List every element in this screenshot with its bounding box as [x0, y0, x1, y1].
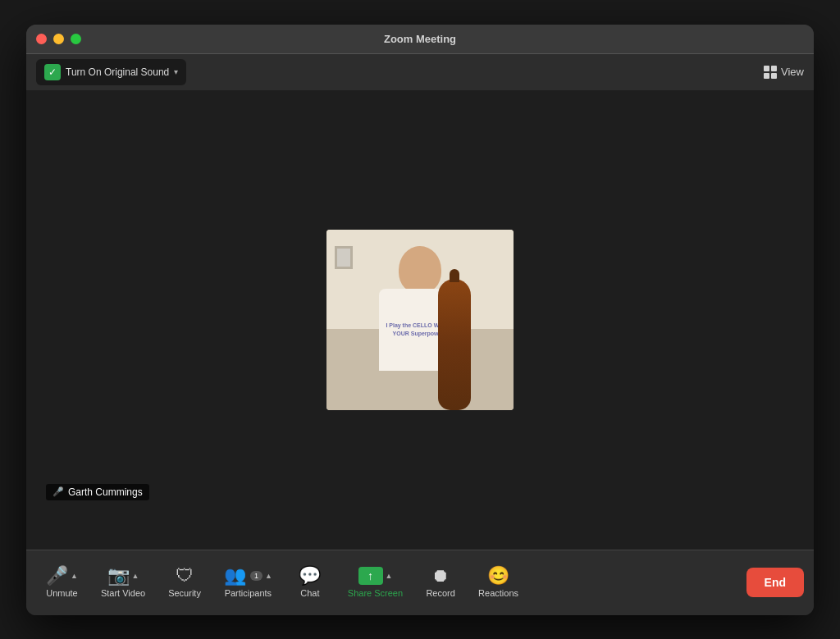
video-slash-icon: 📷 [107, 567, 130, 585]
video-caret: ▲ [132, 572, 139, 580]
window-controls [36, 34, 81, 44]
microphone-slash-icon: 🎤 [46, 567, 68, 585]
security-button[interactable]: 🛡 Security [158, 562, 211, 603]
chat-icon: 💬 [299, 567, 321, 585]
grid-icon [764, 66, 777, 79]
person-head [399, 246, 441, 294]
view-button[interactable]: View [764, 66, 804, 79]
chat-label: Chat [300, 588, 319, 598]
security-label: Security [168, 588, 201, 598]
mute-icon: 🎤 [52, 486, 64, 497]
share-screen-icon: ↑ [358, 567, 383, 585]
cello [438, 279, 471, 410]
unmute-caret: ▲ [71, 572, 78, 580]
person-figure: I Play the CELLO What is YOUR Superpower… [363, 246, 477, 410]
window-frame [335, 246, 353, 269]
participant-name-label: 🎤 Garth Cummings [46, 484, 149, 500]
unmute-button[interactable]: 🎤 ▲ Unmute [36, 562, 88, 603]
top-toolbar: ✓ Turn On Original Sound ▾ View [26, 54, 814, 90]
video-background: I Play the CELLO What is YOUR Superpower… [326, 230, 514, 410]
start-video-button[interactable]: 📷 ▲ Start Video [91, 562, 155, 603]
start-video-icon-area: 📷 ▲ [107, 567, 139, 585]
start-video-label: Start Video [101, 588, 145, 598]
bottom-toolbar: 🎤 ▲ Unmute 📷 ▲ Start Video 🛡 Security 👥 [26, 550, 814, 615]
maximize-button[interactable] [71, 34, 81, 44]
record-button[interactable]: ⏺ Record [416, 562, 465, 603]
minimize-button[interactable] [53, 34, 64, 44]
close-button[interactable] [36, 34, 47, 44]
participant-video: I Play the CELLO What is YOUR Superpower… [326, 230, 514, 410]
participants-button[interactable]: 👥 1 ▲ Participants [214, 562, 282, 603]
view-label: View [781, 66, 804, 78]
reactions-label: Reactions [478, 588, 518, 598]
security-icon-area: 🛡 [176, 567, 194, 585]
share-screen-label: Share Screen [348, 588, 403, 598]
sound-label: Turn On Original Sound [66, 66, 169, 78]
participants-caret: ▲ [265, 572, 272, 580]
title-bar: Zoom Meeting [26, 25, 814, 54]
end-meeting-button[interactable]: End [746, 568, 804, 597]
security-icon: 🛡 [176, 567, 194, 585]
share-arrow-icon: ↑ [368, 569, 373, 582]
participant-name: Garth Cummings [68, 486, 143, 498]
reactions-button[interactable]: 😊 Reactions [468, 562, 528, 603]
share-screen-button[interactable]: ↑ ▲ Share Screen [338, 562, 413, 603]
reactions-icon-area: 😊 [487, 567, 509, 585]
main-video-area: I Play the CELLO What is YOUR Superpower… [26, 90, 814, 550]
unmute-icon-area: 🎤 ▲ [46, 567, 78, 585]
original-sound-button[interactable]: ✓ Turn On Original Sound ▾ [36, 59, 186, 85]
participants-icon-area: 👥 1 ▲ [224, 567, 272, 585]
participants-count-badge: 1 [250, 571, 262, 581]
unmute-label: Unmute [46, 588, 78, 598]
record-label: Record [426, 588, 454, 598]
chat-icon-area: 💬 [299, 567, 321, 585]
shield-icon: ✓ [44, 64, 61, 80]
share-caret: ▲ [386, 572, 393, 580]
cello-scroll [450, 269, 459, 282]
chat-button[interactable]: 💬 Chat [285, 562, 335, 603]
share-screen-icon-area: ↑ ▲ [358, 567, 393, 585]
chevron-down-icon: ▾ [174, 67, 178, 76]
reactions-icon: 😊 [487, 567, 509, 585]
record-icon: ⏺ [431, 567, 450, 585]
record-icon-area: ⏺ [431, 567, 450, 585]
window-title: Zoom Meeting [384, 33, 456, 45]
participants-icon: 👥 [224, 567, 246, 585]
zoom-window: Zoom Meeting ✓ Turn On Original Sound ▾ … [26, 25, 814, 615]
participants-label: Participants [225, 588, 272, 598]
